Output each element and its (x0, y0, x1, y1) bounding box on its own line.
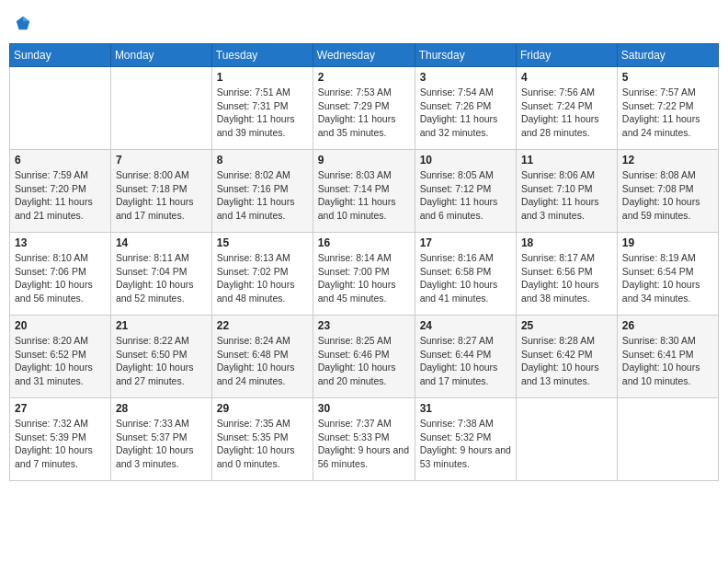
calendar-cell: 19Sunrise: 8:19 AM Sunset: 6:54 PM Dayli… (617, 233, 718, 316)
day-number: 14 (116, 236, 207, 249)
day-number: 10 (420, 154, 511, 167)
day-info: Sunrise: 8:20 AM Sunset: 6:52 PM Dayligh… (15, 334, 106, 388)
calendar-cell: 23Sunrise: 8:25 AM Sunset: 6:46 PM Dayli… (313, 316, 415, 398)
day-info: Sunrise: 8:02 AM Sunset: 7:16 PM Dayligh… (217, 168, 308, 223)
day-number: 4 (521, 71, 612, 84)
day-number: 27 (15, 402, 106, 415)
calendar-cell: 2Sunrise: 7:53 AM Sunset: 7:29 PM Daylig… (313, 67, 415, 150)
day-info: Sunrise: 8:00 AM Sunset: 7:18 PM Dayligh… (116, 168, 207, 223)
calendar-cell (617, 398, 718, 481)
day-number: 5 (622, 71, 713, 84)
weekday-header-friday: Friday (516, 44, 617, 67)
day-info: Sunrise: 7:33 AM Sunset: 5:37 PM Dayligh… (116, 417, 207, 471)
calendar-cell: 21Sunrise: 8:22 AM Sunset: 6:50 PM Dayli… (110, 316, 211, 398)
day-number: 15 (217, 236, 308, 249)
day-info: Sunrise: 8:14 AM Sunset: 7:00 PM Dayligh… (318, 251, 410, 305)
day-info: Sunrise: 7:54 AM Sunset: 7:26 PM Dayligh… (420, 86, 511, 140)
day-info: Sunrise: 7:37 AM Sunset: 5:33 PM Dayligh… (318, 417, 410, 471)
calendar-cell: 12Sunrise: 8:08 AM Sunset: 7:08 PM Dayli… (617, 150, 718, 233)
day-info: Sunrise: 7:56 AM Sunset: 7:24 PM Dayligh… (521, 86, 612, 140)
calendar-cell: 30Sunrise: 7:37 AM Sunset: 5:33 PM Dayli… (313, 398, 415, 481)
day-info: Sunrise: 8:06 AM Sunset: 7:10 PM Dayligh… (521, 168, 612, 223)
calendar-cell: 15Sunrise: 8:13 AM Sunset: 7:02 PM Dayli… (211, 233, 313, 316)
calendar-cell: 29Sunrise: 7:35 AM Sunset: 5:35 PM Dayli… (211, 398, 313, 481)
weekday-header-tuesday: Tuesday (211, 44, 313, 67)
calendar-cell: 28Sunrise: 7:33 AM Sunset: 5:37 PM Dayli… (110, 398, 211, 481)
calendar-cell: 5Sunrise: 7:57 AM Sunset: 7:22 PM Daylig… (617, 67, 718, 150)
day-info: Sunrise: 8:25 AM Sunset: 6:46 PM Dayligh… (318, 334, 410, 388)
day-info: Sunrise: 8:17 AM Sunset: 6:56 PM Dayligh… (521, 251, 612, 305)
day-number: 29 (217, 402, 308, 415)
day-number: 19 (622, 236, 713, 249)
calendar-cell: 27Sunrise: 7:32 AM Sunset: 5:39 PM Dayli… (10, 398, 111, 481)
calendar-cell: 10Sunrise: 8:05 AM Sunset: 7:12 PM Dayli… (415, 150, 516, 233)
day-info: Sunrise: 8:11 AM Sunset: 7:04 PM Dayligh… (116, 251, 207, 305)
day-number: 12 (622, 154, 713, 167)
calendar-cell: 6Sunrise: 7:59 AM Sunset: 7:20 PM Daylig… (10, 150, 111, 233)
day-info: Sunrise: 8:27 AM Sunset: 6:44 PM Dayligh… (420, 334, 511, 388)
day-number: 21 (116, 319, 207, 332)
day-info: Sunrise: 8:13 AM Sunset: 7:02 PM Dayligh… (217, 251, 308, 305)
day-number: 16 (318, 236, 410, 249)
day-number: 8 (217, 154, 308, 167)
calendar-cell: 8Sunrise: 8:02 AM Sunset: 7:16 PM Daylig… (211, 150, 313, 233)
day-number: 11 (521, 154, 612, 167)
weekday-header-sunday: Sunday (10, 44, 111, 67)
day-number: 18 (521, 236, 612, 249)
day-info: Sunrise: 8:16 AM Sunset: 6:58 PM Dayligh… (420, 251, 511, 305)
day-info: Sunrise: 8:30 AM Sunset: 6:41 PM Dayligh… (622, 334, 713, 388)
logo (15, 13, 33, 32)
calendar-cell: 20Sunrise: 8:20 AM Sunset: 6:52 PM Dayli… (10, 316, 111, 398)
calendar-cell: 4Sunrise: 7:56 AM Sunset: 7:24 PM Daylig… (516, 67, 617, 150)
day-info: Sunrise: 8:03 AM Sunset: 7:14 PM Dayligh… (318, 168, 410, 223)
weekday-header-thursday: Thursday (415, 44, 516, 67)
day-number: 20 (15, 319, 106, 332)
calendar-cell: 24Sunrise: 8:27 AM Sunset: 6:44 PM Dayli… (415, 316, 516, 398)
calendar-cell: 13Sunrise: 8:10 AM Sunset: 7:06 PM Dayli… (10, 233, 111, 316)
day-number: 22 (217, 319, 308, 332)
weekday-header-saturday: Saturday (617, 44, 718, 67)
day-info: Sunrise: 8:05 AM Sunset: 7:12 PM Dayligh… (420, 168, 511, 223)
day-info: Sunrise: 7:57 AM Sunset: 7:22 PM Dayligh… (622, 86, 713, 140)
calendar-cell: 18Sunrise: 8:17 AM Sunset: 6:56 PM Dayli… (516, 233, 617, 316)
day-number: 31 (420, 402, 511, 415)
day-info: Sunrise: 7:35 AM Sunset: 5:35 PM Dayligh… (217, 417, 308, 471)
day-info: Sunrise: 7:38 AM Sunset: 5:32 PM Dayligh… (420, 417, 511, 471)
calendar-cell: 14Sunrise: 8:11 AM Sunset: 7:04 PM Dayli… (110, 233, 211, 316)
day-number: 9 (318, 154, 410, 167)
week-row-3: 13Sunrise: 8:10 AM Sunset: 7:06 PM Dayli… (10, 233, 719, 316)
calendar-cell: 17Sunrise: 8:16 AM Sunset: 6:58 PM Dayli… (415, 233, 516, 316)
day-number: 23 (318, 319, 410, 332)
day-number: 25 (521, 319, 612, 332)
weekday-header-monday: Monday (110, 44, 211, 67)
svg-marker-1 (23, 16, 29, 20)
calendar-cell: 9Sunrise: 8:03 AM Sunset: 7:14 PM Daylig… (313, 150, 415, 233)
calendar-cell (10, 67, 111, 150)
week-row-1: 1Sunrise: 7:51 AM Sunset: 7:31 PM Daylig… (10, 67, 719, 150)
calendar-cell: 7Sunrise: 8:00 AM Sunset: 7:18 PM Daylig… (110, 150, 211, 233)
calendar-cell: 16Sunrise: 8:14 AM Sunset: 7:00 PM Dayli… (313, 233, 415, 316)
day-info: Sunrise: 8:28 AM Sunset: 6:42 PM Dayligh… (521, 334, 612, 388)
calendar-cell: 1Sunrise: 7:51 AM Sunset: 7:31 PM Daylig… (211, 67, 313, 150)
calendar-cell: 22Sunrise: 8:24 AM Sunset: 6:48 PM Dayli… (211, 316, 313, 398)
day-info: Sunrise: 7:59 AM Sunset: 7:20 PM Dayligh… (15, 168, 106, 223)
day-number: 6 (15, 154, 106, 167)
calendar-cell (516, 398, 617, 481)
logo-icon (15, 15, 31, 31)
weekday-header-row: SundayMondayTuesdayWednesdayThursdayFrid… (10, 44, 719, 67)
day-number: 24 (420, 319, 511, 332)
weekday-header-wednesday: Wednesday (313, 44, 415, 67)
day-info: Sunrise: 7:51 AM Sunset: 7:31 PM Dayligh… (217, 86, 308, 140)
day-number: 28 (116, 402, 207, 415)
day-info: Sunrise: 8:22 AM Sunset: 6:50 PM Dayligh… (116, 334, 207, 388)
day-info: Sunrise: 7:53 AM Sunset: 7:29 PM Dayligh… (318, 86, 410, 140)
week-row-4: 20Sunrise: 8:20 AM Sunset: 6:52 PM Dayli… (10, 316, 719, 398)
page-header (9, 9, 719, 36)
day-number: 1 (217, 71, 308, 84)
day-info: Sunrise: 7:32 AM Sunset: 5:39 PM Dayligh… (15, 417, 106, 471)
calendar-cell: 26Sunrise: 8:30 AM Sunset: 6:41 PM Dayli… (617, 316, 718, 398)
day-number: 30 (318, 402, 410, 415)
day-info: Sunrise: 8:19 AM Sunset: 6:54 PM Dayligh… (622, 251, 713, 305)
calendar-cell: 31Sunrise: 7:38 AM Sunset: 5:32 PM Dayli… (415, 398, 516, 481)
week-row-2: 6Sunrise: 7:59 AM Sunset: 7:20 PM Daylig… (10, 150, 719, 233)
